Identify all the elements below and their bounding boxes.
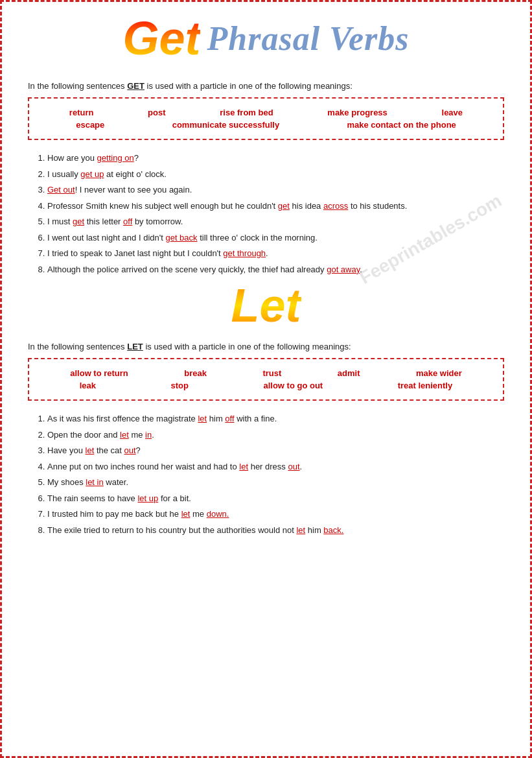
- meaning-contact: make contact on the phone: [347, 120, 456, 130]
- get-meanings-row2: escape communicate successfully make con…: [42, 120, 490, 130]
- get-section: In the following sentences GET is used w…: [28, 81, 504, 276]
- list-item: I must get this letter off by tomorrow.: [47, 215, 504, 228]
- meaning-progress: make progress: [327, 108, 387, 117]
- meaning-break: break: [184, 368, 207, 378]
- phrasal-link: get back: [165, 233, 197, 243]
- meaning-rise: rise from bed: [220, 108, 273, 117]
- list-item: How are you getting on?: [47, 152, 504, 165]
- get-sentences-list: How are you getting on? I usually get up…: [28, 152, 504, 276]
- phrasal-link: get through: [223, 248, 266, 258]
- meaning-leak: leak: [80, 381, 96, 390]
- list-item: Open the door and let me in.: [47, 429, 504, 442]
- phrasal-link: let: [198, 414, 207, 423]
- list-item: Have you let the cat out?: [47, 444, 504, 457]
- let-sentences-list: As it was his first offence the magistra…: [28, 412, 504, 536]
- let-section: In the following sentences LET is used w…: [28, 342, 504, 536]
- phrasal-link: out: [288, 462, 299, 471]
- phrasal-link: let: [239, 462, 248, 471]
- meaning-return: return: [69, 108, 94, 117]
- phrasal-link: down.: [207, 509, 229, 519]
- let-title-wrap: Let: [28, 282, 504, 329]
- get-meanings-row1: return post rise from bed make progress …: [42, 108, 490, 117]
- phrasal-link: off: [225, 414, 234, 423]
- phrasal-link: get up: [80, 169, 104, 179]
- list-item: Anne put on two inches round her waist a…: [47, 460, 504, 473]
- phrasal-link: get: [278, 201, 290, 211]
- phrasal-link: got away: [327, 265, 360, 274]
- meaning-allow-return: allow to return: [70, 368, 128, 378]
- let-title: Let: [231, 282, 301, 329]
- list-item: Although the police arrived on the scene…: [47, 263, 504, 276]
- phrasal-verbs-title: Phrasal Verbs: [207, 19, 409, 58]
- meaning-admit: admit: [338, 368, 360, 378]
- let-meanings-box: allow to return break trust admit make w…: [28, 358, 504, 401]
- phrasal-link: in: [145, 430, 152, 440]
- phrasal-link: let up: [137, 493, 158, 503]
- meaning-wider: make wider: [416, 368, 462, 378]
- meaning-leave: leave: [442, 108, 463, 117]
- phrasal-link: let: [181, 509, 191, 519]
- phrasal-link: let: [86, 445, 95, 455]
- list-item: I trusted him to pay me back but he let …: [47, 508, 504, 521]
- meaning-allow-go-out: allow to go out: [263, 381, 323, 390]
- let-meanings-row2: leak stop allow to go out treat lenientl…: [42, 381, 490, 390]
- list-item: The rain seems to have let up for a bit.: [47, 492, 504, 505]
- phrasal-link: get: [73, 217, 84, 226]
- phrasal-link: off: [123, 217, 132, 226]
- page: Feeprintables.com Get Phrasal Verbs In t…: [0, 0, 532, 758]
- get-meanings-box: return post rise from bed make progress …: [28, 97, 504, 140]
- phrasal-link: getting on: [97, 153, 134, 163]
- meaning-escape: escape: [76, 120, 104, 130]
- meaning-communicate: communicate successfully: [172, 120, 279, 130]
- list-item: Professor Smith knew his subject well en…: [47, 200, 504, 213]
- list-item: I went out last night and I didn't get b…: [47, 231, 504, 244]
- phrasal-link: let in: [86, 477, 103, 487]
- phrasal-link: back.: [323, 525, 343, 535]
- get-title: Get: [122, 15, 200, 62]
- meaning-post: post: [148, 108, 165, 117]
- phrasal-link: across: [323, 201, 348, 211]
- phrasal-link: let: [120, 430, 129, 440]
- let-intro: In the following sentences LET is used w…: [28, 342, 504, 351]
- phrasal-link: out: [124, 445, 136, 455]
- list-item: Get out! I never want to see you again.: [47, 184, 504, 196]
- meaning-treat-leniently: treat leniently: [398, 381, 453, 390]
- list-item: I tried to speak to Janet last night but…: [47, 247, 504, 260]
- phrasal-link: Get out: [47, 185, 75, 195]
- list-item: I usually get up at eight o' clock.: [47, 168, 504, 181]
- header: Get Phrasal Verbs: [28, 15, 504, 62]
- get-intro: In the following sentences GET is used w…: [28, 81, 504, 91]
- list-item: The exile tried to return to his country…: [47, 524, 504, 537]
- let-meanings-row1: allow to return break trust admit make w…: [42, 368, 490, 378]
- list-item: As it was his first offence the magistra…: [47, 412, 504, 425]
- list-item: My shoes let in water.: [47, 476, 504, 489]
- meaning-stop: stop: [171, 381, 189, 390]
- phrasal-link: let: [296, 525, 305, 535]
- meaning-trust: trust: [262, 368, 281, 378]
